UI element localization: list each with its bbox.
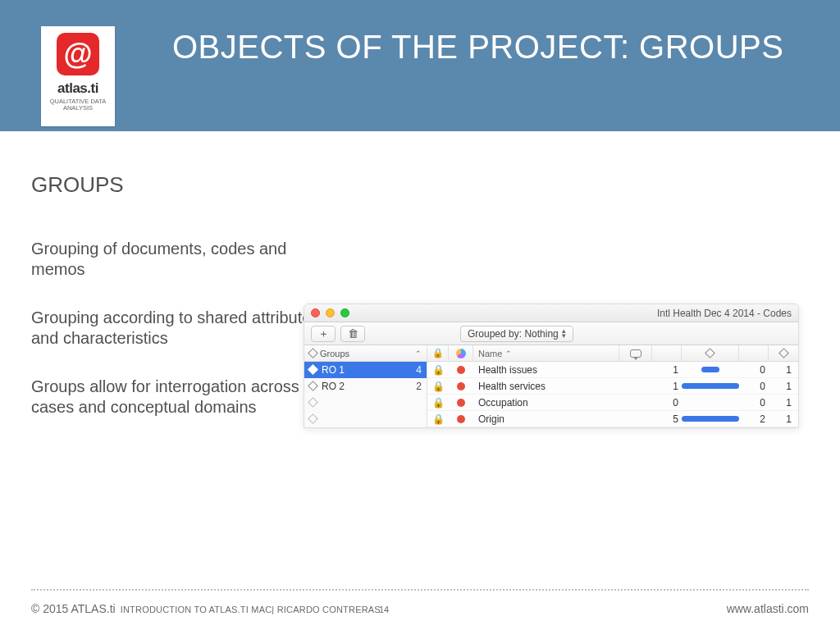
diamond-icon (309, 413, 317, 425)
comment-icon (630, 349, 641, 358)
code-count-3: 1 (769, 397, 798, 409)
code-count-3: 1 (769, 381, 798, 392)
sort-asc-icon: ⌃ (505, 349, 512, 358)
group-count: 4 (416, 364, 422, 376)
col-comments[interactable] (619, 345, 652, 361)
col-count-1[interactable] (652, 345, 682, 361)
footer-url: www.atlasti.com (727, 602, 809, 615)
code-name: Origin (473, 413, 619, 425)
code-count-1: 1 (652, 364, 682, 376)
groups-sidebar: Groups ⌃ RO 1 4 RO 2 2 (304, 345, 427, 427)
code-count-2: 2 (739, 413, 769, 425)
window-toolbar: ＋ 🗑 Grouped by: Nothing ▴▾ (304, 322, 798, 345)
lock-icon: 🔒 (432, 348, 444, 358)
code-color (449, 399, 473, 407)
codes-table: 🔒 Name ⌃ 🔒 Health issues 1 0 (427, 345, 798, 427)
diamond-icon (706, 349, 714, 358)
lock-icon: 🔒 (427, 397, 449, 409)
sidebar-group-row[interactable]: RO 2 2 (304, 378, 427, 395)
close-icon[interactable] (311, 308, 320, 317)
window-body: Groups ⌃ RO 1 4 RO 2 2 🔒 (304, 345, 798, 427)
codes-window: Intl Health Dec 4 2014 - Codes ＋ 🗑 Group… (304, 304, 799, 428)
lock-icon: 🔒 (427, 364, 449, 376)
grouped-by-label: Grouped by: Nothing (468, 328, 559, 340)
col-density-bar[interactable] (682, 345, 739, 361)
bullet-text: Groups allow for interrogation across ca… (31, 377, 335, 418)
grouped-by-dropdown[interactable]: Grouped by: Nothing ▴▾ (460, 326, 573, 342)
col-name[interactable]: Name ⌃ (473, 345, 619, 361)
brand-name: atlas.ti (57, 80, 98, 97)
table-row[interactable]: 🔒 Health services 1 0 1 (427, 378, 798, 395)
density-bar (682, 383, 739, 389)
diamond-icon (309, 349, 317, 358)
at-icon: @ (63, 39, 92, 69)
lock-icon: 🔒 (427, 381, 449, 392)
sidebar-header[interactable]: Groups ⌃ (304, 345, 427, 362)
density-bar (682, 416, 739, 422)
code-color (449, 366, 473, 374)
color-icon (456, 349, 466, 358)
diamond-icon (780, 349, 788, 358)
sidebar-header-label: Groups (320, 349, 349, 358)
col-name-label: Name (478, 349, 502, 358)
group-count: 2 (416, 381, 422, 392)
slide-footer: © 2015 ATLAS.ti INTRODUCTION TO ATLAS.TI… (31, 602, 809, 615)
delete-button[interactable]: 🗑 (340, 326, 365, 342)
plus-icon: ＋ (318, 326, 329, 341)
code-name: Health issues (473, 364, 619, 376)
lock-icon: 🔒 (427, 413, 449, 425)
code-count-2: 0 (739, 381, 769, 392)
sidebar-empty-row (304, 411, 427, 427)
brand-logo-mark: @ (57, 33, 99, 75)
bullet-text: Grouping of documents, codes and memos (31, 239, 335, 280)
minimize-icon[interactable] (326, 308, 335, 317)
add-button[interactable]: ＋ (311, 326, 336, 342)
code-color (449, 382, 473, 390)
diamond-icon (309, 364, 317, 376)
slide-title: OBJECTS OF THE PROJECT: GROUPS (172, 28, 783, 66)
code-color (449, 415, 473, 423)
updown-icon: ▴▾ (562, 329, 566, 338)
code-name: Occupation (473, 397, 619, 409)
section-heading: GROUPS (31, 172, 809, 198)
brand-tagline: QUALITATIVE DATA ANALYSIS (46, 98, 110, 112)
group-label: RO 2 (322, 381, 345, 392)
footer-copyright: © 2015 ATLAS.ti (31, 602, 116, 615)
window-traffic-lights (311, 308, 349, 317)
diamond-icon (309, 397, 317, 409)
header-band: @ atlas.ti QUALITATIVE DATA ANALYSIS OBJ… (0, 0, 840, 131)
code-count-3: 1 (769, 364, 798, 376)
density-bar (682, 399, 739, 405)
col-color[interactable] (449, 345, 473, 361)
table-header: 🔒 Name ⌃ (427, 345, 798, 362)
table-row[interactable]: 🔒 Occupation 0 0 1 (427, 395, 798, 411)
window-title: Intl Health Dec 4 2014 - Codes (657, 308, 792, 319)
code-count-3: 1 (769, 413, 798, 425)
code-name: Health services (473, 381, 619, 392)
code-count-2: 0 (739, 397, 769, 409)
maximize-icon[interactable] (340, 308, 349, 317)
sidebar-empty-row (304, 395, 427, 411)
footer-divider (31, 589, 809, 591)
code-count-2: 0 (739, 364, 769, 376)
code-count-1: 5 (652, 413, 682, 425)
col-count-2[interactable] (739, 345, 769, 361)
col-count-3[interactable] (769, 345, 798, 361)
window-titlebar[interactable]: Intl Health Dec 4 2014 - Codes (304, 304, 798, 322)
brand-logo: @ atlas.ti QUALITATIVE DATA ANALYSIS (41, 26, 115, 126)
code-count-1: 0 (652, 397, 682, 409)
diamond-icon (309, 381, 317, 392)
col-lock[interactable]: 🔒 (427, 345, 449, 361)
trash-icon: 🗑 (348, 327, 358, 340)
group-label: RO 1 (322, 364, 345, 376)
sort-asc-icon: ⌃ (415, 349, 422, 358)
bullet-text: Grouping according to shared attributes … (31, 308, 335, 349)
footer-subtitle: INTRODUCTION TO ATLAS.TI MAC| RICARDO CO… (121, 605, 381, 614)
code-count-1: 1 (652, 381, 682, 392)
footer-page-number: 14 (379, 605, 389, 614)
density-bar (682, 367, 739, 372)
table-row[interactable]: 🔒 Health issues 1 0 1 (427, 362, 798, 378)
table-row[interactable]: 🔒 Origin 5 2 1 (427, 411, 798, 427)
sidebar-group-row[interactable]: RO 1 4 (304, 362, 427, 378)
